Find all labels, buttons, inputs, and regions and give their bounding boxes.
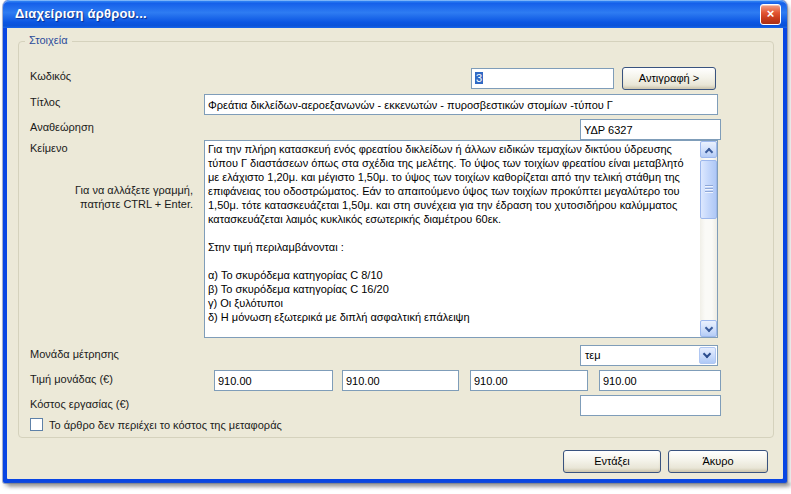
- title-label: Τίτλος: [30, 96, 60, 108]
- unit-price-label: Τιμή μονάδας (€): [30, 373, 113, 385]
- window-title: Διαχείριση άρθρου...: [15, 6, 147, 21]
- code-input[interactable]: 3: [471, 68, 614, 89]
- scrollbar-thumb[interactable]: [700, 160, 717, 219]
- title-bar[interactable]: Διαχείριση άρθρου... ×: [3, 0, 787, 28]
- revision-label: Αναθεώρηση: [30, 121, 94, 133]
- copy-button[interactable]: Αντιγραφή >: [622, 67, 716, 90]
- unit-price-input-3[interactable]: [470, 370, 588, 391]
- ok-button[interactable]: Εντάξει: [563, 450, 661, 473]
- unit-dropdown-value: τεμ: [585, 349, 601, 361]
- unit-label: Μονάδα μέτρησης: [30, 348, 119, 360]
- chevron-down-icon: [703, 350, 711, 358]
- unit-price-input-4[interactable]: [599, 370, 721, 391]
- labor-cost-input[interactable]: [580, 395, 721, 416]
- scroll-up-button[interactable]: [700, 141, 717, 158]
- code-value-selected: 3: [475, 72, 483, 84]
- close-icon: ×: [767, 6, 775, 21]
- labor-cost-label: Κόστος εργασίας (€): [30, 398, 129, 410]
- unit-price-input-2[interactable]: [342, 370, 459, 391]
- chevron-up-icon: [705, 148, 713, 156]
- close-button[interactable]: ×: [760, 4, 781, 25]
- dialog-window: Διαχείριση άρθρου... × Στοιχεία Κωδικός …: [3, 0, 787, 483]
- text-area-container: Για την πλήρη κατασκευή ενός φρεατίου δι…: [204, 140, 718, 338]
- transport-cost-checkbox-label: Το άρθρο δεν περιέχει το κόστος της μετα…: [49, 419, 282, 431]
- cancel-button[interactable]: Άκυρο: [668, 450, 768, 473]
- revision-input[interactable]: [580, 119, 721, 140]
- code-label: Κωδικός: [30, 70, 71, 82]
- text-label: Κείμενο: [30, 142, 68, 154]
- unit-dropdown-button[interactable]: [699, 347, 716, 364]
- text-area[interactable]: Για την πλήρη κατασκευή ενός φρεατίου δι…: [205, 141, 700, 337]
- window-shadow: [9, 483, 791, 489]
- unit-dropdown[interactable]: τεμ: [580, 345, 718, 366]
- transport-cost-checkbox[interactable]: [30, 418, 43, 431]
- groupbox-legend: Στοιχεία: [25, 34, 72, 46]
- unit-price-input-1[interactable]: [214, 370, 333, 391]
- title-input[interactable]: [204, 94, 718, 115]
- line-break-hint: Για να αλλάξετε γραμμή, πατήστε CTRL + E…: [28, 183, 193, 211]
- scrollbar[interactable]: [700, 141, 717, 337]
- scroll-down-button[interactable]: [700, 320, 717, 337]
- chevron-down-icon: [705, 324, 713, 332]
- scrollbar-grip-icon: [705, 185, 713, 194]
